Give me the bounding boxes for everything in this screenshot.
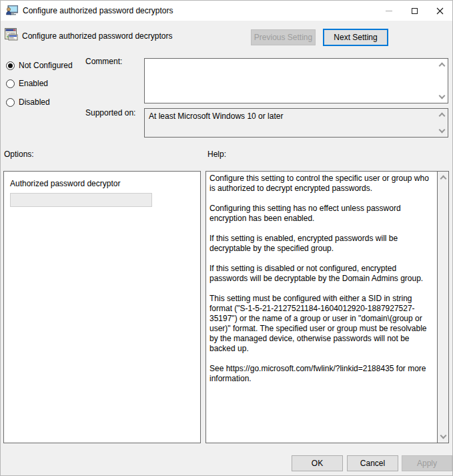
ok-button[interactable]: OK xyxy=(292,455,343,471)
help-paragraph: If this setting is disabled or not confi… xyxy=(209,264,434,284)
help-paragraph: Configuring this setting has no effect u… xyxy=(209,204,434,224)
supported-on-label: Supported on: xyxy=(85,108,135,117)
apply-button[interactable]: Apply xyxy=(402,455,452,471)
radio-enabled-label: Enabled xyxy=(19,79,48,88)
supported-on-value: At least Microsoft Windows 10 or later xyxy=(145,109,436,137)
cancel-button[interactable]: Cancel xyxy=(347,455,398,471)
help-heading: Help: xyxy=(207,150,226,159)
maximize-button[interactable] xyxy=(402,1,427,21)
help-paragraph: This setting must be configured with eit… xyxy=(209,294,434,354)
window-title: Configure authorized password decryptors xyxy=(23,6,173,15)
minimize-icon xyxy=(386,11,392,11)
radio-not-configured-circle[interactable] xyxy=(6,61,15,70)
options-panel: Authorized password decryptor xyxy=(3,171,201,443)
next-setting-button[interactable]: Next Setting xyxy=(323,29,388,46)
radio-disabled-label: Disabled xyxy=(19,97,50,107)
setting-title: Configure authorized password decryptors xyxy=(22,31,172,41)
scroll-up-icon[interactable] xyxy=(439,113,446,120)
help-text: Configure this setting to control the sp… xyxy=(206,172,437,443)
policy-setting-dialog: Configure authorized password decryptors… xyxy=(0,0,453,476)
close-button[interactable] xyxy=(427,1,452,21)
radio-enabled[interactable]: Enabled xyxy=(6,79,48,88)
scroll-down-icon[interactable] xyxy=(439,127,446,134)
scroll-up-icon[interactable] xyxy=(439,63,446,69)
help-panel: Configure this setting to control the sp… xyxy=(205,171,449,443)
comment-value xyxy=(145,59,436,103)
supported-on-scrollbar[interactable] xyxy=(436,109,448,137)
maximize-icon xyxy=(412,8,418,14)
minimize-button[interactable] xyxy=(376,1,402,21)
radio-disabled-circle[interactable] xyxy=(6,98,15,107)
options-heading: Options: xyxy=(4,150,34,159)
scroll-up-icon[interactable] xyxy=(440,176,447,182)
policy-setting-icon xyxy=(5,28,18,41)
decryptor-input[interactable] xyxy=(10,193,152,207)
scroll-down-icon[interactable] xyxy=(440,433,447,439)
decryptor-label: Authorized password decryptor xyxy=(10,179,120,188)
title-bar: Configure authorized password decryptors xyxy=(1,1,452,21)
previous-setting-button[interactable]: Previous Setting xyxy=(251,29,316,45)
radio-not-configured[interactable]: Not Configured xyxy=(6,61,73,70)
help-paragraph: See https://go.microsoft.com/fwlink/?lin… xyxy=(209,364,434,384)
comment-scrollbar[interactable] xyxy=(436,59,448,103)
help-scrollbar[interactable] xyxy=(437,172,448,443)
app-icon xyxy=(6,5,18,16)
close-icon xyxy=(436,7,444,15)
comment-label: Comment: xyxy=(85,57,122,66)
comment-textarea[interactable] xyxy=(144,58,448,103)
help-paragraph: Configure this setting to control the sp… xyxy=(209,174,434,194)
scroll-down-icon[interactable] xyxy=(439,93,446,99)
radio-disabled[interactable]: Disabled xyxy=(6,97,50,107)
caption-buttons xyxy=(376,1,452,21)
radio-not-configured-label: Not Configured xyxy=(19,61,73,70)
radio-enabled-circle[interactable] xyxy=(6,79,15,88)
supported-on-box: At least Microsoft Windows 10 or later xyxy=(144,108,448,138)
help-paragraph: If this setting is enabled, encrypted pa… xyxy=(209,234,434,254)
